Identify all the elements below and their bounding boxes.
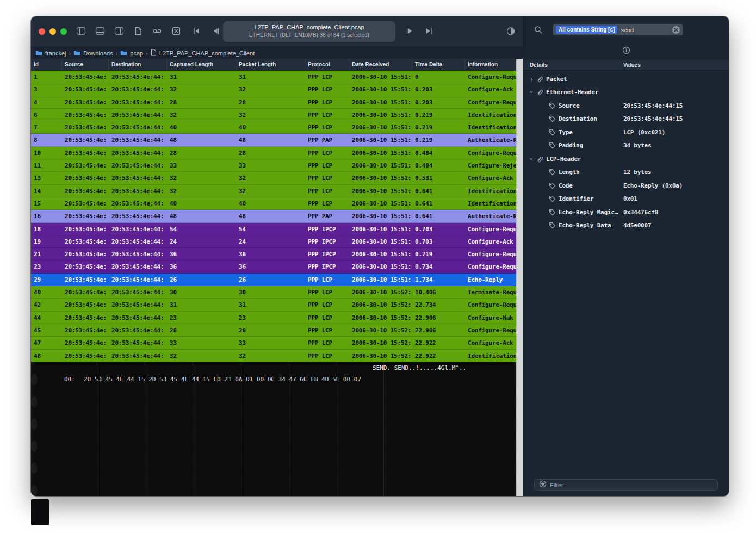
tree-row[interactable]: LCP-Header xyxy=(523,152,729,166)
clear-search-icon[interactable] xyxy=(672,26,680,34)
table-row[interactable]: 11 20:53:45:4e: 20:53:45:4e:44: 33 33 PP… xyxy=(31,159,516,172)
table-row[interactable]: 1 20:53:45:4e: 20:53:45:4e:44: 31 31 PPP… xyxy=(31,71,516,83)
column-header-information[interactable]: Information xyxy=(465,59,516,71)
table-row[interactable]: 18 20:53:45:4e: 20:53:45:4e:44: 54 54 PP… xyxy=(31,223,516,235)
breadcrumb-item[interactable]: franckej › xyxy=(35,48,71,58)
table-row[interactable]: 19 20:53:45:4e: 20:53:45:4e:44: 24 24 PP… xyxy=(31,235,516,248)
tree-row[interactable]: Code Echo-Reply (0x0a) xyxy=(523,179,729,193)
vertical-scrollbar[interactable] xyxy=(516,59,523,496)
table-row[interactable]: 44 20:53:45:4e: 20:53:45:4e:44: 23 23 PP… xyxy=(31,312,516,324)
step-forward-icon[interactable] xyxy=(404,26,415,36)
skip-to-first-icon[interactable] xyxy=(191,26,202,36)
capture-loop-icon[interactable] xyxy=(152,26,163,36)
cell-id: 29 xyxy=(31,274,62,286)
cell-information: Configure-Ack xyxy=(465,172,516,184)
tree-row[interactable]: Type LCP (0xc021) xyxy=(523,126,729,139)
tree-node-label: Code xyxy=(559,182,573,189)
column-header-id[interactable]: Id xyxy=(31,59,62,71)
filter-input[interactable]: Filter xyxy=(534,479,718,491)
table-row[interactable]: 23 20:53:45:4e: 20:53:45:4e:44: 36 36 PP… xyxy=(31,261,516,273)
column-header-packet-length[interactable]: Packet Length xyxy=(236,59,305,71)
table-row[interactable]: 47 20:53:45:4e: 20:53:45:4e:44: 33 33 PP… xyxy=(31,337,516,349)
table-row[interactable]: 21 20:53:45:4e: 20:53:45:4e:44: 36 36 PP… xyxy=(31,248,516,261)
table-row[interactable]: 29 20:53:45:4e: 20:53:45:4e:44: 26 26 PP… xyxy=(31,274,516,286)
table-row[interactable]: 15 20:53:45:4e: 20:53:45:4e:44: 40 40 PP… xyxy=(31,197,516,210)
table-row[interactable]: 8 20:53:45:4e: 20:53:45:4e:44: 48 48 PPP… xyxy=(31,134,516,146)
right-panel-toggle-icon[interactable] xyxy=(114,26,125,36)
cell-captured-length: 23 xyxy=(167,312,236,324)
table-row[interactable]: 40 20:53:45:4e: 20:53:45:4e:44: 30 30 PP… xyxy=(31,286,516,299)
cell-id: 19 xyxy=(31,235,62,248)
cell-protocol: PPP IPCP xyxy=(305,223,349,235)
cell-information: Configure-Requ xyxy=(465,71,516,83)
breadcrumb-item[interactable]: L2TP_PAP_CHAP_complete_Client › xyxy=(151,48,255,58)
table-row[interactable]: 6 20:53:45:4e: 20:53:45:4e:44: 32 32 PPP… xyxy=(31,109,516,121)
cell-packet-length: 32 xyxy=(236,350,305,362)
cell-source: 20:53:45:4e: xyxy=(62,172,109,184)
cell-captured-length: 36 xyxy=(167,248,236,261)
minimize-window-button[interactable] xyxy=(49,28,56,35)
cell-time-delta: 0.203 xyxy=(412,83,465,96)
table-row[interactable]: 7 20:53:45:4e: 20:53:45:4e:44: 40 40 PPP… xyxy=(31,121,516,134)
cell-date-received: 2006-30-10 15:51: xyxy=(349,172,412,184)
table-row[interactable]: 42 20:53:45:4e: 20:53:45:4e:44: 31 31 PP… xyxy=(31,299,516,311)
tag-icon xyxy=(548,208,559,216)
column-header-time-delta[interactable]: Time Delta xyxy=(412,59,465,71)
cell-destination: 20:53:45:4e:44: xyxy=(109,261,167,273)
step-backward-icon[interactable] xyxy=(210,26,221,36)
table-row[interactable]: 3 20:53:45:4e: 20:53:45:4e:44: 32 32 PPP… xyxy=(31,83,516,96)
sidebar-toggle-icon[interactable] xyxy=(76,26,86,36)
cell-source: 20:53:45:4e: xyxy=(62,324,109,337)
search-query-text[interactable]: send xyxy=(621,27,634,33)
app-window: L2TP_PAP_CHAP_complete_Client.pcap ETHER… xyxy=(31,16,729,496)
tree-row[interactable]: Identifier 0x01 xyxy=(523,193,729,206)
search-input[interactable]: All contains String [c] send xyxy=(553,24,683,35)
breadcrumb-item[interactable]: Downloads › xyxy=(73,48,117,58)
new-document-icon[interactable] xyxy=(133,26,144,36)
column-header-date-received[interactable]: Date Received xyxy=(349,59,412,71)
hex-row[interactable]: 00:20 53 45 4E 44 15 20 53 45 4E 44 15 C… xyxy=(31,362,523,374)
column-header-captured-length[interactable]: Captured Length xyxy=(167,59,236,71)
table-row[interactable]: 48 20:53:45:4e: 20:53:45:4e:44: 32 32 PP… xyxy=(31,350,516,362)
column-header-protocol[interactable]: Protocol xyxy=(305,59,349,71)
cell-id: 21 xyxy=(31,248,62,261)
column-header-source[interactable]: Source xyxy=(62,59,109,71)
table-row[interactable]: 16 20:53:45:4e: 20:53:45:4e:44: 48 48 PP… xyxy=(31,210,516,222)
cell-packet-length: 28 xyxy=(236,147,305,159)
table-row[interactable]: 14 20:53:45:4e: 20:53:45:4e:44: 32 32 PP… xyxy=(31,185,516,197)
bottom-panel-toggle-icon[interactable] xyxy=(95,26,106,36)
close-window-button[interactable] xyxy=(39,28,45,35)
tree-row[interactable]: Echo-Reply Data 4d5e0007 xyxy=(523,219,729,233)
tree-row[interactable]: Echo-Reply Magic… 0x34476cf8 xyxy=(523,206,729,219)
disclosure-triangle-icon[interactable] xyxy=(528,75,536,83)
close-box-icon[interactable] xyxy=(171,26,182,36)
cell-id: 14 xyxy=(31,185,62,197)
table-row[interactable]: 10 20:53:45:4e: 20:53:45:4e:44: 28 28 PP… xyxy=(31,147,516,159)
table-row[interactable]: 13 20:53:45:4e: 20:53:45:4e:44: 32 32 PP… xyxy=(31,172,516,184)
info-icon[interactable] xyxy=(622,46,630,57)
tree-row[interactable]: Ethernet-Header xyxy=(523,86,729,100)
contrast-icon[interactable] xyxy=(505,26,516,36)
disclosure-triangle-icon[interactable] xyxy=(528,88,536,96)
tree-row[interactable]: Packet xyxy=(523,72,729,86)
breadcrumb-item[interactable]: pcap › xyxy=(120,48,148,58)
column-header-destination[interactable]: Destination xyxy=(109,59,167,71)
skip-to-last-icon[interactable] xyxy=(423,26,434,36)
search-filter-token[interactable]: All contains String [c] xyxy=(556,26,617,34)
cell-protocol: PPP LCP xyxy=(305,324,349,337)
tree-row[interactable]: Source 20:53:45:4e:44:15 xyxy=(523,99,729,113)
tree-row[interactable]: Padding 34 bytes xyxy=(523,139,729,153)
cell-destination: 20:53:45:4e:44: xyxy=(109,134,167,146)
tree-node-value: 0x01 xyxy=(623,195,637,202)
cell-id: 23 xyxy=(31,261,62,273)
cell-date-received: 2006-30-10 15:51: xyxy=(349,185,412,197)
table-row[interactable]: 45 20:53:45:4e: 20:53:45:4e:44: 28 28 PP… xyxy=(31,324,516,337)
left-pane: L2TP_PAP_CHAP_complete_Client.pcap ETHER… xyxy=(31,16,523,496)
hex-stripe xyxy=(31,485,38,496)
tree-row[interactable]: Destination 20:53:45:4e:44:15 xyxy=(523,113,729,126)
cell-date-received: 2006-30-10 15:51: xyxy=(349,134,412,146)
tree-row[interactable]: Length 12 bytes xyxy=(523,166,729,179)
disclosure-triangle-icon[interactable] xyxy=(528,155,536,163)
table-row[interactable]: 4 20:53:45:4e: 20:53:45:4e:44: 28 28 PPP… xyxy=(31,96,516,109)
zoom-window-button[interactable] xyxy=(60,28,67,35)
